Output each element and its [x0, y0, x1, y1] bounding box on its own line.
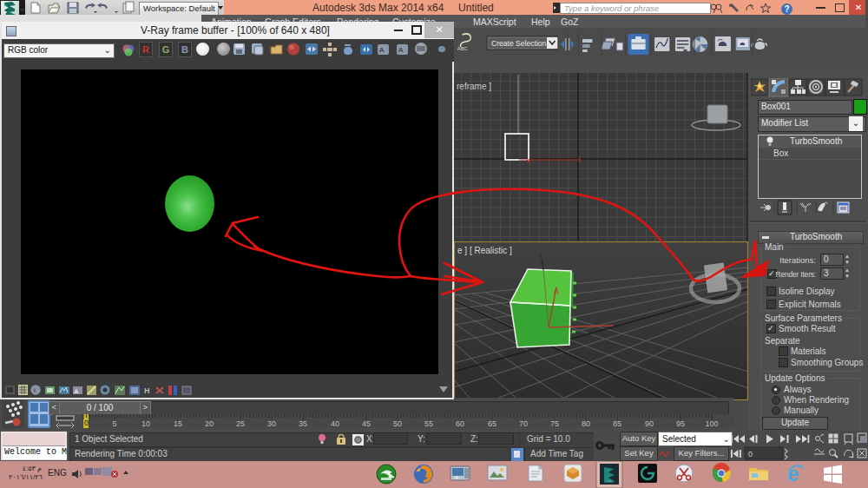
svg-text:35: 35 — [299, 419, 307, 428]
svg-text:H: H — [144, 386, 150, 395]
svg-text:10: 10 — [141, 419, 150, 428]
svg-text:70: 70 — [519, 419, 528, 428]
svg-text:40: 40 — [331, 419, 339, 428]
svg-text:100: 100 — [705, 419, 718, 428]
svg-text:45: 45 — [362, 419, 371, 428]
svg-text:e ] [ Realistic ]: e ] [ Realistic ] — [457, 246, 512, 255]
svg-text:ABC: ABC — [457, 46, 469, 51]
svg-text:95: 95 — [676, 419, 685, 428]
svg-text:80: 80 — [582, 419, 590, 428]
svg-text:0: 0 — [84, 419, 89, 427]
svg-text:A: A — [398, 46, 404, 54]
svg-text:25: 25 — [236, 419, 245, 428]
svg-text:60: 60 — [456, 419, 464, 428]
svg-text:MAX: MAX — [607, 479, 615, 484]
svg-text:0: 0 — [748, 450, 753, 458]
svg-text:85: 85 — [613, 419, 621, 428]
svg-text:20: 20 — [205, 419, 214, 428]
svg-text:30: 30 — [267, 419, 276, 428]
svg-text:15: 15 — [174, 419, 182, 428]
svg-text:i: i — [34, 386, 36, 394]
svg-text:z: z — [539, 251, 542, 259]
svg-text:65: 65 — [488, 419, 496, 428]
svg-text:55: 55 — [424, 419, 433, 428]
svg-text:A: A — [379, 46, 385, 54]
svg-text:5: 5 — [112, 419, 116, 428]
svg-text:90: 90 — [645, 419, 654, 428]
svg-text:50: 50 — [393, 419, 402, 428]
svg-text:75: 75 — [550, 419, 559, 428]
svg-text:reframe ]: reframe ] — [457, 82, 491, 91]
